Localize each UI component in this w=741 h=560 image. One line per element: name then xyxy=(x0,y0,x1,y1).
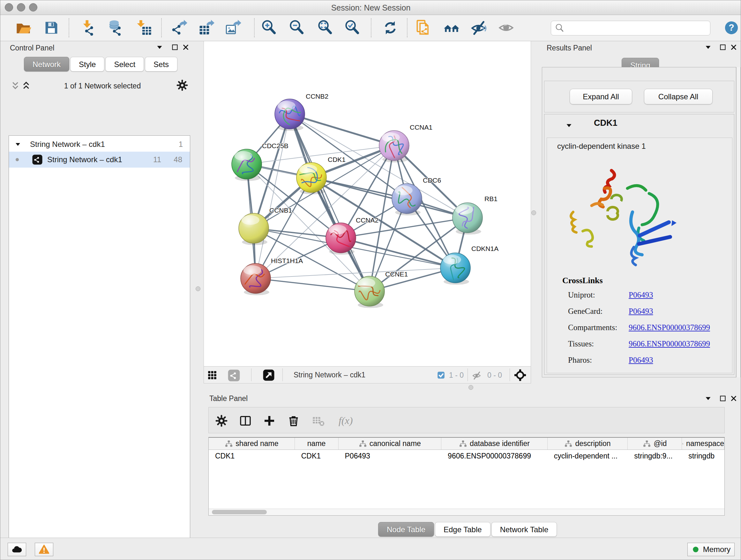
network-row-selected[interactable]: String Network – cdk1 11 48 xyxy=(9,152,190,168)
open-session-button[interactable] xyxy=(14,18,33,37)
copy-network-icon xyxy=(415,19,432,36)
table-cell[interactable]: P06493 xyxy=(339,450,442,463)
search-input[interactable] xyxy=(565,22,710,35)
table-cell[interactable]: CDK1 xyxy=(209,450,295,463)
network-edge-CCNB2-CCNE1[interactable] xyxy=(290,114,369,291)
splitter-handle-left[interactable] xyxy=(196,287,200,291)
warnings-button[interactable] xyxy=(35,543,53,556)
table-panel-close-button[interactable] xyxy=(728,393,739,404)
network-node-CDK1[interactable] xyxy=(296,163,327,194)
table-cell[interactable]: 9606.ENSP00000378699 xyxy=(441,450,548,463)
tab-style[interactable]: Style xyxy=(70,57,105,71)
crosslink-value-link[interactable]: 9606.ENSP00000378699 xyxy=(629,323,710,332)
control-panel-close-button[interactable] xyxy=(180,42,191,53)
network-node-CDC6[interactable] xyxy=(392,184,422,215)
open-in-browser-icon[interactable] xyxy=(263,369,275,381)
zoom-fit-button[interactable] xyxy=(316,18,334,37)
selected-checkbox-icon[interactable] xyxy=(437,371,445,379)
column-header-namespace[interactable]: namespace xyxy=(682,438,724,449)
grid-view-icon[interactable] xyxy=(208,371,217,380)
control-panel-float-button[interactable] xyxy=(170,42,180,53)
expand-all-button[interactable]: Expand All xyxy=(569,89,632,105)
column-header-shared-name[interactable]: shared name xyxy=(209,438,295,449)
network-options-gear-icon[interactable] xyxy=(177,79,188,91)
network-node-RB1[interactable] xyxy=(453,203,482,235)
network-node-CCNE1[interactable] xyxy=(354,276,385,308)
hidden-eye-slash-icon[interactable] xyxy=(472,371,482,380)
table-cell[interactable]: CDK1 xyxy=(295,450,339,463)
results-scrollbar[interactable] xyxy=(736,67,741,377)
table-hscrollbar-thumb[interactable] xyxy=(212,510,267,514)
import-table-button[interactable] xyxy=(134,18,152,37)
column-header-label: description xyxy=(575,439,610,448)
network-selection-status: 1 of 1 Network selected xyxy=(39,82,166,90)
string-view-icon[interactable] xyxy=(227,369,240,382)
add-column-icon[interactable] xyxy=(262,414,276,428)
splitter-handle-right[interactable] xyxy=(531,210,536,215)
collapse-all-button[interactable]: Collapse All xyxy=(644,89,713,105)
tab-network[interactable]: Network xyxy=(24,57,69,71)
tab-node-table[interactable]: Node Table xyxy=(378,522,434,537)
splitter-handle-horizontal[interactable] xyxy=(468,385,473,390)
table-row[interactable]: CDK1CDK1P064939606.ENSP00000378699cyclin… xyxy=(209,450,724,463)
network-view-canvas[interactable]: CCNB2CCNA1CDC25BCDK1CDC6RB1CCNB1CCNA2CDK… xyxy=(204,41,531,366)
column-header-canonical-name[interactable]: canonical name xyxy=(339,438,442,449)
delete-column-icon[interactable] xyxy=(286,414,300,428)
crosslink-value-link[interactable]: 9606.ENSP00000378699 xyxy=(629,339,710,348)
expand-all-networks-icon[interactable] xyxy=(21,80,33,91)
crosslink-value-link[interactable]: P06493 xyxy=(629,307,653,316)
network-node-CCNB1[interactable] xyxy=(239,213,269,245)
results-panel-close-button[interactable] xyxy=(728,42,739,53)
network-node-CCNA1[interactable] xyxy=(379,131,409,163)
table-cell[interactable]: stringdb:9... xyxy=(628,450,682,463)
network-collection-row[interactable]: String Network – cdk1 1 xyxy=(9,137,190,152)
table-options-gear-icon[interactable] xyxy=(214,414,228,428)
first-neighbors-button[interactable] xyxy=(443,18,461,37)
crosslink-value-link[interactable]: P06493 xyxy=(629,356,653,365)
zoom-in-button[interactable] xyxy=(260,18,278,37)
network-edge-CCNB2-HIST1H1A[interactable] xyxy=(256,114,290,278)
birds-eye-view-icon[interactable] xyxy=(514,369,526,381)
results-panel-collapse-button[interactable] xyxy=(703,42,714,53)
hide-selected-button[interactable] xyxy=(469,18,488,37)
tab-network-table[interactable]: Network Table xyxy=(491,522,557,537)
network-edge-HIST1H1A-CCNE1[interactable] xyxy=(256,278,369,291)
column-header-description[interactable]: description xyxy=(548,438,628,449)
table-cell[interactable]: stringdb xyxy=(682,450,724,463)
table-panel-collapse-button[interactable] xyxy=(703,393,714,404)
network-edge-CCNB2-CCNA1[interactable] xyxy=(290,114,394,145)
column-header-name[interactable]: name xyxy=(295,438,339,449)
help-button[interactable]: ? xyxy=(724,20,739,35)
new-network-from-selection-button[interactable] xyxy=(414,18,433,37)
tab-sets[interactable]: Sets xyxy=(145,57,178,71)
update-button[interactable] xyxy=(381,18,400,37)
show-columns-icon[interactable] xyxy=(239,414,253,428)
save-session-button[interactable] xyxy=(42,18,61,37)
zoom-selected-button[interactable] xyxy=(343,18,361,37)
table-cell[interactable]: cyclin-dependent ... xyxy=(548,450,628,463)
network-edge-CDK1-RB1[interactable] xyxy=(312,178,468,218)
gene-collapse-icon[interactable] xyxy=(564,121,574,130)
tab-select[interactable]: Select xyxy=(105,57,144,71)
import-network-database-button[interactable] xyxy=(106,18,125,37)
import-network-file-button[interactable] xyxy=(79,18,97,37)
network-node-HIST1H1A[interactable] xyxy=(241,263,271,295)
export-image-button[interactable] xyxy=(224,18,243,37)
control-panel-collapse-button[interactable] xyxy=(154,42,165,53)
tree-expand-icon[interactable] xyxy=(13,140,23,149)
table-panel-float-button[interactable] xyxy=(718,393,728,404)
column-header--id[interactable]: @id xyxy=(628,438,682,449)
network-node-CDKN1A[interactable] xyxy=(441,253,470,285)
memory-button[interactable]: Memory xyxy=(687,543,735,556)
export-network-button[interactable] xyxy=(170,18,189,37)
show-all-button[interactable] xyxy=(497,18,515,37)
results-panel-float-button[interactable] xyxy=(718,42,728,53)
cloud-button[interactable] xyxy=(8,543,26,556)
crosslink-value-link[interactable]: P06493 xyxy=(629,291,653,300)
export-table-button[interactable] xyxy=(197,18,216,37)
tab-edge-table[interactable]: Edge Table xyxy=(435,522,490,537)
column-header-database-identifier[interactable]: database identifier xyxy=(441,438,548,449)
zoom-out-button[interactable] xyxy=(287,18,306,37)
network-node-CDC25B[interactable] xyxy=(232,149,262,181)
network-node-CCNA2[interactable] xyxy=(326,223,356,255)
